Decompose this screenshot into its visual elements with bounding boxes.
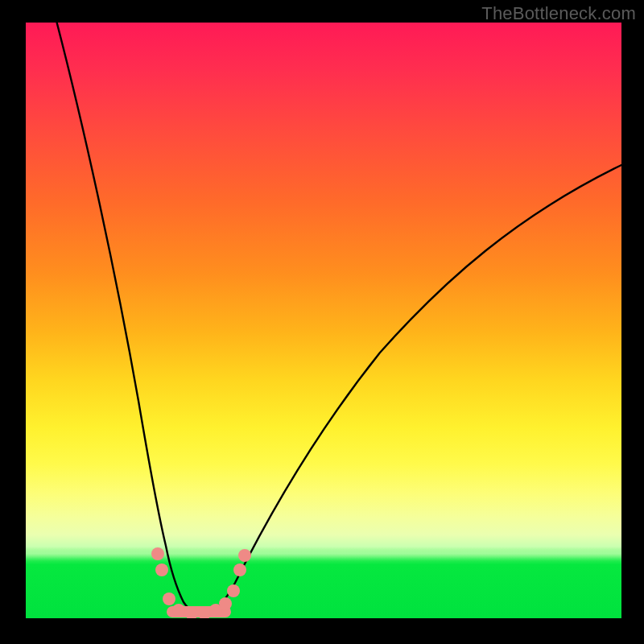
marker-dot (238, 549, 251, 562)
marker-dot (155, 564, 168, 576)
marker-dot (163, 592, 175, 605)
chart-frame: TheBottleneck.com (0, 0, 644, 644)
marker-dot (151, 547, 164, 560)
marker-dot (233, 564, 246, 576)
bottleneck-curve (55, 23, 621, 613)
watermark-text: TheBottleneck.com (481, 3, 636, 24)
curve-layer (26, 23, 621, 618)
marker-dot (227, 584, 240, 597)
marker-dot (219, 597, 232, 610)
marker-dot (172, 604, 185, 617)
plot-area (26, 23, 621, 618)
